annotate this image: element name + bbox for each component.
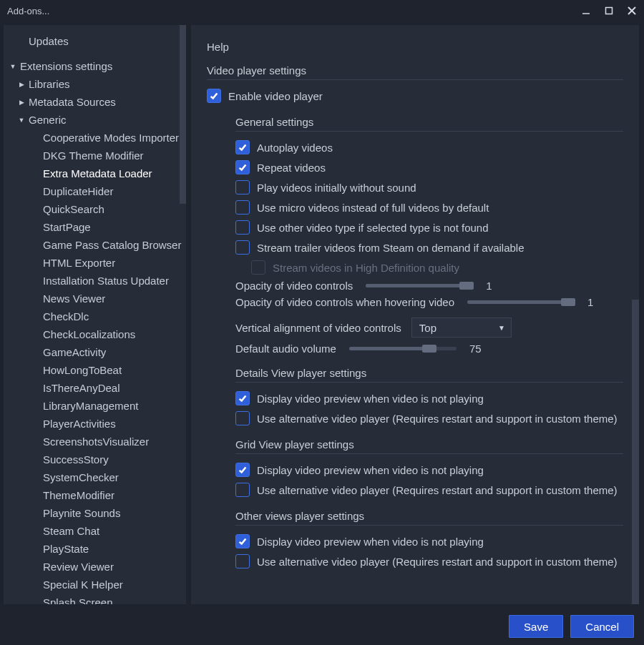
- sidebar-item-generic-child[interactable]: StartPage: [4, 218, 186, 236]
- sidebar-item-generic-child[interactable]: Playnite Sounds: [4, 504, 186, 522]
- checkbox-details-alt[interactable]: [235, 411, 250, 425]
- sidebar-label: CheckLocalizations: [43, 328, 135, 340]
- select-vertical-align[interactable]: Top ▼: [411, 317, 512, 338]
- slider-opacity[interactable]: [366, 284, 473, 287]
- sidebar-item-generic-child[interactable]: SuccessStory: [4, 450, 186, 468]
- sidebar-item-generic-child[interactable]: Splash Screen: [4, 594, 186, 604]
- slider-thumb[interactable]: [459, 282, 474, 290]
- label-other-alt: Use alternative video player (Requires r…: [257, 556, 618, 568]
- sidebar-item-generic-child[interactable]: Extra Metadata Loader: [4, 164, 186, 182]
- sidebar-item-libraries[interactable]: ▶Libraries: [4, 75, 186, 93]
- checkbox-stream-hd: [251, 260, 265, 275]
- label-vertical-align: Vertical alignment of video controls: [235, 322, 401, 334]
- sidebar-item-extensions-settings[interactable]: ▼Extensions settings: [4, 57, 186, 75]
- sidebar-label: SystemChecker: [43, 471, 119, 483]
- sidebar-label: Libraries: [29, 78, 70, 90]
- sidebar-label: LibraryManagement: [43, 400, 138, 412]
- sidebar-item-generic-child[interactable]: PlayState: [4, 540, 186, 558]
- sidebar-item-generic-child[interactable]: GameActivity: [4, 343, 186, 361]
- sidebar-item-generic-child[interactable]: DKG Theme Modifier: [4, 147, 186, 164]
- addons-window: Add-ons... ▶Updates ▼Extensions settings…: [0, 0, 644, 645]
- sidebar-label: ScreenshotsVisualizer: [43, 435, 149, 448]
- label-details-preview: Display video preview when video is not …: [257, 393, 484, 405]
- row-other-alt: Use alternative video player (Requires r…: [235, 551, 623, 571]
- sidebar-item-metadata-sources[interactable]: ▶Metadata Sources: [4, 93, 186, 111]
- checkbox-other-preview[interactable]: [235, 534, 250, 548]
- sidebar-item-generic-child[interactable]: SystemChecker: [4, 468, 186, 486]
- sidebar-label: Extensions settings: [20, 60, 112, 72]
- row-stream-hd: Stream videos in High Definition quality: [235, 257, 623, 277]
- checkbox-other-alt[interactable]: [235, 554, 250, 568]
- sidebar-item-generic-child[interactable]: ScreenshotsVisualizer: [4, 433, 186, 450]
- sidebar-item-generic-child[interactable]: Cooperative Modes Importer: [4, 129, 186, 147]
- help-link[interactable]: Help: [207, 41, 623, 53]
- sidebar-item-generic-child[interactable]: ThemeModifier: [4, 486, 186, 504]
- sidebar-item-generic-child[interactable]: PlayerActivities: [4, 415, 186, 433]
- sidebar-item-updates[interactable]: ▶Updates: [4, 32, 186, 50]
- label-autoplay: Autoplay videos: [257, 142, 333, 154]
- checkbox-grid-alt[interactable]: [235, 483, 250, 497]
- sidebar-item-generic-child[interactable]: Review Viewer: [4, 558, 186, 576]
- sidebar-item-generic-child[interactable]: CheckDlc: [4, 307, 186, 325]
- checkbox-repeat[interactable]: [235, 160, 250, 174]
- checkbox-micro-videos[interactable]: [235, 200, 250, 215]
- value-opacity: 1: [486, 280, 504, 292]
- section-video-player: Video player settings: [207, 64, 623, 77]
- sidebar-item-generic-child[interactable]: CheckLocalizations: [4, 325, 186, 343]
- main-scrollbar[interactable]: [632, 300, 639, 604]
- checkbox-autoplay[interactable]: [235, 140, 250, 154]
- label-opacity-hover: Opacity of video controls when hovering …: [235, 296, 454, 308]
- sidebar-label: Review Viewer: [43, 561, 114, 573]
- sidebar-item-generic[interactable]: ▼Generic: [4, 111, 186, 129]
- checkbox-enable-player[interactable]: [207, 89, 221, 103]
- sidebar-item-generic-child[interactable]: IsThereAnyDeal: [4, 379, 186, 397]
- minimize-button[interactable]: [580, 4, 592, 17]
- label-opacity: Opacity of video controls: [235, 280, 353, 292]
- scrollbar-thumb[interactable]: [632, 300, 639, 604]
- cancel-button[interactable]: Cancel: [570, 615, 634, 638]
- sidebar-item-generic-child[interactable]: QuickSearch: [4, 200, 186, 218]
- row-default-volume: Default audio volume 75: [235, 340, 623, 357]
- scrollbar-thumb[interactable]: [180, 25, 186, 204]
- checkbox-no-sound[interactable]: [235, 180, 250, 195]
- checkbox-other-type[interactable]: [235, 220, 250, 235]
- sidebar-label: Playnite Sounds: [43, 507, 120, 519]
- save-button[interactable]: Save: [509, 615, 563, 638]
- caret-right-icon: ▶: [18, 99, 25, 106]
- svg-rect-1: [606, 8, 613, 14]
- sidebar-label: PlayerActivities: [43, 418, 116, 430]
- sidebar-item-generic-child[interactable]: HowLongToBeat: [4, 361, 186, 379]
- checkbox-grid-preview[interactable]: [235, 463, 250, 477]
- sidebar-item-generic-child[interactable]: Game Pass Catalog Browser: [4, 236, 186, 254]
- row-other-type: Use other video type if selected type is…: [235, 217, 623, 237]
- sidebar-item-generic-child[interactable]: LibraryManagement: [4, 397, 186, 415]
- divider: [235, 453, 623, 454]
- sidebar-item-generic-child[interactable]: Special K Helper: [4, 576, 186, 594]
- divider: [235, 525, 623, 526]
- sidebar-label: HowLongToBeat: [43, 364, 122, 376]
- row-opacity-hover: Opacity of video controls when hovering …: [235, 294, 623, 310]
- label-repeat: Repeat videos: [257, 162, 326, 174]
- sidebar-item-generic-child[interactable]: HTML Exporter: [4, 254, 186, 272]
- label-other-preview: Display video preview when video is not …: [257, 536, 484, 548]
- label-stream-hd: Stream videos in High Definition quality: [273, 262, 459, 274]
- row-stream-trailer: Stream trailer videos from Steam on dema…: [235, 237, 623, 257]
- slider-thumb[interactable]: [422, 345, 436, 353]
- sidebar-item-generic-child[interactable]: Installation Status Updater: [4, 272, 186, 290]
- close-button[interactable]: [625, 4, 638, 17]
- section-grid-view: Grid View player settings: [235, 438, 623, 450]
- sidebar-item-generic-child[interactable]: News Viewer: [4, 290, 186, 307]
- checkbox-stream-trailer[interactable]: [235, 240, 250, 255]
- caret-down-icon: ▼: [9, 63, 16, 70]
- row-micro-videos: Use micro videos instead of full videos …: [235, 197, 623, 217]
- slider-default-volume[interactable]: [349, 347, 457, 350]
- sidebar-label: Special K Helper: [43, 578, 123, 591]
- checkbox-details-preview[interactable]: [235, 391, 250, 405]
- sidebar-item-generic-child[interactable]: DuplicateHider: [4, 182, 186, 200]
- sidebar-item-generic-child[interactable]: Steam Chat: [4, 522, 186, 540]
- sidebar-scrollbar[interactable]: [180, 25, 186, 604]
- slider-opacity-hover[interactable]: [467, 300, 575, 304]
- maximize-button[interactable]: [602, 4, 615, 17]
- slider-thumb[interactable]: [561, 298, 575, 306]
- chevron-down-icon: ▼: [498, 324, 505, 332]
